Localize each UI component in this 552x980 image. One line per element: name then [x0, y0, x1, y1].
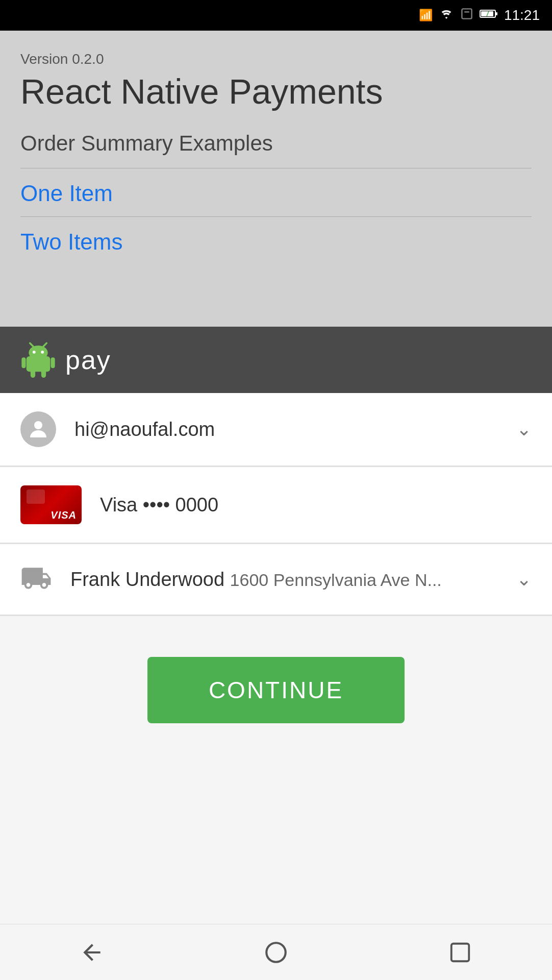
app-version: Version 0.2.0: [20, 51, 532, 67]
sim-icon: [460, 8, 473, 23]
recents-button[interactable]: [440, 932, 481, 973]
back-button[interactable]: [71, 932, 112, 973]
svg-rect-0: [462, 9, 471, 18]
svg-rect-12: [21, 357, 26, 368]
pay-logo-text: pay: [65, 345, 111, 375]
svg-point-7: [29, 346, 47, 360]
shipping-chevron-icon[interactable]: ⌄: [516, 569, 532, 590]
two-items-link[interactable]: Two Items: [20, 229, 532, 255]
status-icons: 📶 11:21: [419, 7, 540, 23]
svg-line-10: [30, 343, 34, 347]
email-chevron-icon[interactable]: ⌄: [516, 419, 532, 440]
svg-rect-4: [496, 12, 497, 15]
continue-button[interactable]: CONTINUE: [147, 657, 405, 723]
continue-area: CONTINUE: [0, 616, 552, 754]
section-divider: [20, 168, 532, 168]
shipping-row[interactable]: Frank Underwood 1600 Pennsylvania Ave N.…: [0, 544, 552, 615]
status-time: 11:21: [504, 7, 540, 23]
person-icon: [20, 411, 56, 447]
svg-rect-18: [451, 943, 469, 961]
android-logo-icon: [20, 342, 56, 378]
shipping-name: Frank Underwood 1600 Pennsylvania Ave N.…: [70, 569, 498, 591]
one-item-link[interactable]: One Item: [20, 181, 532, 206]
section-title: Order Summary Examples: [20, 131, 532, 156]
pay-sheet: pay hi@naoufal.com ⌄ VISA Visa ••••: [0, 327, 552, 754]
bottom-nav: [0, 924, 552, 980]
svg-rect-13: [51, 357, 55, 368]
card-row[interactable]: VISA Visa •••• 0000: [0, 467, 552, 543]
svg-rect-14: [31, 370, 35, 378]
truck-icon: [20, 562, 52, 596]
svg-point-8: [33, 351, 36, 354]
card-text: Visa •••• 0000: [100, 494, 532, 516]
svg-rect-15: [41, 370, 46, 378]
pay-header: pay: [0, 327, 552, 393]
svg-point-17: [266, 943, 286, 962]
home-button[interactable]: [256, 932, 296, 973]
svg-line-11: [43, 343, 46, 347]
app-title: React Native Payments: [20, 72, 532, 111]
battery-icon: [480, 8, 498, 23]
status-bar: 📶 11:21: [0, 0, 552, 31]
wifi-icon: [439, 8, 454, 23]
background-app: Version 0.2.0 React Native Payments Orde…: [0, 31, 552, 327]
email-row[interactable]: hi@naoufal.com ⌄: [0, 393, 552, 466]
item-divider: [20, 216, 532, 217]
visa-card-image: VISA: [20, 485, 82, 524]
vibrate-icon: 📶: [419, 9, 433, 22]
pay-content: hi@naoufal.com ⌄ VISA Visa •••• 0000: [0, 393, 552, 754]
email-text: hi@naoufal.com: [74, 419, 498, 440]
svg-point-16: [34, 421, 42, 429]
svg-point-9: [41, 351, 44, 354]
